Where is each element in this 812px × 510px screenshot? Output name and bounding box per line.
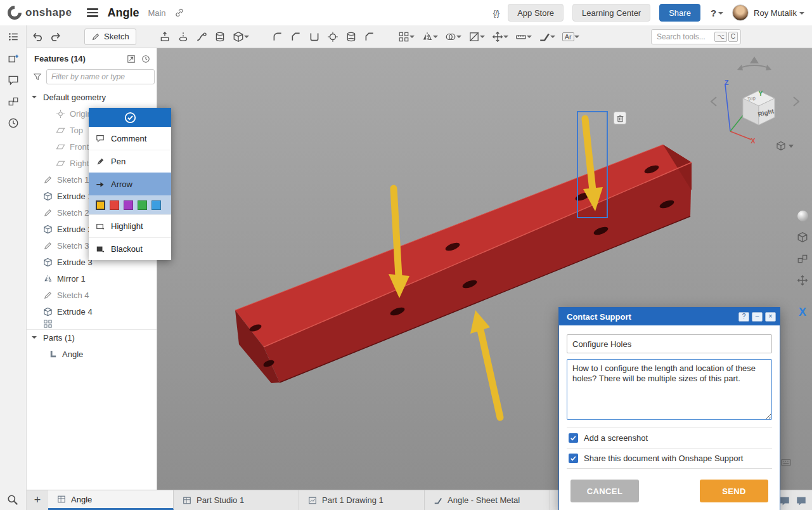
chamfer-icon[interactable] [290, 31, 302, 43]
color-swatch-blue[interactable] [151, 200, 161, 210]
message-textarea[interactable]: How to I configure the length and locati… [567, 359, 772, 420]
onshape-logo[interactable]: onshape [8, 6, 72, 20]
help-menu[interactable]: ? [711, 8, 723, 18]
comments-icon[interactable] [8, 74, 19, 86]
color-swatch-green[interactable] [138, 200, 147, 210]
rotate-up-arrow[interactable] [750, 56, 759, 63]
roll-arrows[interactable] [739, 65, 770, 69]
appearance-sphere-icon[interactable] [795, 208, 810, 223]
tab-angle[interactable]: Angle [48, 490, 174, 510]
tab-part-studio-1[interactable]: Part Studio 1 [174, 490, 299, 510]
keyboard-shortcuts-icon[interactable] [780, 457, 792, 468]
user-avatar[interactable] [732, 4, 749, 21]
right-tool-stack: X [795, 208, 810, 320]
annotation-popup-header[interactable] [89, 108, 171, 127]
color-swatch-yellow[interactable] [96, 200, 105, 210]
annotation-highlight-item[interactable]: Highlight [89, 214, 171, 237]
learning-center-button[interactable]: Learning Center [572, 4, 650, 22]
display-modes-icon[interactable] [795, 251, 810, 266]
view-options-dropdown[interactable] [777, 142, 794, 150]
rib-icon[interactable] [345, 31, 357, 43]
feature-item-clipped[interactable] [27, 320, 157, 328]
user-menu[interactable]: Roy Mutalik [754, 8, 804, 18]
feedback-bubble-icon[interactable] [779, 495, 790, 507]
sketch-button[interactable]: Sketch [84, 29, 136, 45]
feature-extrude-4[interactable]: Extrude 4 [27, 303, 157, 320]
fillet-icon[interactable] [272, 31, 283, 43]
thicken-icon[interactable] [233, 31, 249, 43]
display-states-icon[interactable] [8, 96, 19, 107]
copy-link-icon[interactable] [175, 8, 184, 17]
feature-group-default-geometry[interactable]: Default geometry [27, 89, 157, 105]
checkbox-checked-icon[interactable] [569, 433, 578, 443]
color-swatch-red[interactable] [110, 200, 119, 210]
shell-icon[interactable] [309, 31, 320, 43]
dialog-minimize-button[interactable]: – [752, 312, 763, 322]
loft-icon[interactable] [214, 31, 226, 43]
part-item-angle[interactable]: Angle [27, 346, 157, 362]
appearance-tool[interactable]: Ar [562, 32, 579, 41]
extrude-icon [43, 225, 53, 234]
tab-angle-sheet-metal[interactable]: Angle - Sheet Metal [425, 490, 550, 510]
share-document-checkbox-row[interactable]: Share this document with Onshape Support [567, 448, 772, 469]
boolean-icon[interactable] [445, 31, 461, 43]
rotate-right-arrow[interactable] [794, 97, 799, 106]
feature-list-toggle-icon[interactable] [8, 31, 19, 43]
annotation-pen-item[interactable]: Pen [89, 150, 171, 173]
measure-icon[interactable] [515, 31, 532, 43]
feature-filter-input[interactable] [46, 69, 155, 84]
delete-annotation-button[interactable] [614, 112, 626, 124]
chevron-down-icon[interactable] [32, 336, 37, 341]
tab-part-1-drawing-1[interactable]: Part 1 Drawing 1 [299, 490, 425, 510]
pattern-icon [43, 320, 53, 328]
annotation-color-picker [89, 195, 171, 214]
named-views-icon[interactable] [795, 230, 810, 245]
annotation-blackout-item[interactable]: Blackout [89, 237, 171, 260]
help-bubble-icon[interactable] [796, 495, 807, 507]
linear-pattern-icon[interactable] [398, 31, 415, 43]
checkbox-checked-icon[interactable] [569, 454, 578, 463]
sweep-icon[interactable] [196, 31, 207, 43]
color-swatch-purple[interactable] [124, 200, 133, 210]
extrude-icon[interactable] [159, 31, 171, 43]
transform-icon[interactable] [492, 31, 508, 43]
undo-button[interactable] [32, 31, 43, 43]
view-cube[interactable]: Top Right Z X Y [711, 56, 799, 150]
main-menu-icon[interactable] [87, 8, 98, 17]
developer-api-icon[interactable]: {/} [493, 8, 499, 18]
dialog-titlebar[interactable]: Contact Support ? – × [559, 308, 780, 325]
dialog-close-button[interactable]: × [765, 312, 776, 322]
workspace-name[interactable]: Main [148, 8, 165, 18]
add-tab-button[interactable]: + [27, 490, 48, 510]
revolve-icon[interactable] [177, 31, 189, 43]
zoom-search-icon[interactable] [7, 494, 18, 506]
history-icon[interactable] [8, 117, 19, 129]
rotate-left-arrow[interactable] [711, 97, 716, 106]
feature-sketch-4[interactable]: Sketch 4 [27, 287, 157, 303]
chevron-down-icon[interactable] [32, 96, 37, 101]
cancel-button[interactable]: CANCEL [570, 480, 639, 502]
export-features-icon[interactable] [127, 55, 136, 63]
rollback-history-icon[interactable] [141, 55, 150, 63]
hole-icon[interactable] [327, 31, 338, 43]
app-store-button[interactable]: App Store [508, 4, 564, 22]
insert-icon[interactable] [8, 53, 19, 64]
mirror-icon[interactable] [422, 31, 438, 43]
parts-section-header[interactable]: Parts (1) [27, 329, 157, 346]
dialog-help-button[interactable]: ? [738, 312, 749, 322]
share-button[interactable]: Share [659, 4, 700, 22]
send-button[interactable]: SEND [700, 480, 768, 502]
split-icon[interactable] [468, 31, 485, 43]
filter-funnel-icon[interactable] [33, 72, 42, 81]
add-screenshot-checkbox-row[interactable]: Add a screenshot [567, 428, 772, 448]
draft-icon[interactable] [364, 31, 375, 43]
sheet-metal-icon[interactable] [539, 31, 555, 43]
subject-input[interactable] [567, 334, 772, 353]
analysis-x-icon[interactable]: X [795, 304, 810, 320]
annotation-arrow-item[interactable]: Arrow [89, 173, 171, 195]
section-view-icon[interactable] [795, 273, 810, 288]
plane-icon [56, 159, 65, 168]
redo-button[interactable] [50, 31, 61, 43]
annotation-comment-item[interactable]: Comment [89, 127, 171, 150]
feature-mirror-1[interactable]: Mirror 1 [27, 270, 157, 287]
